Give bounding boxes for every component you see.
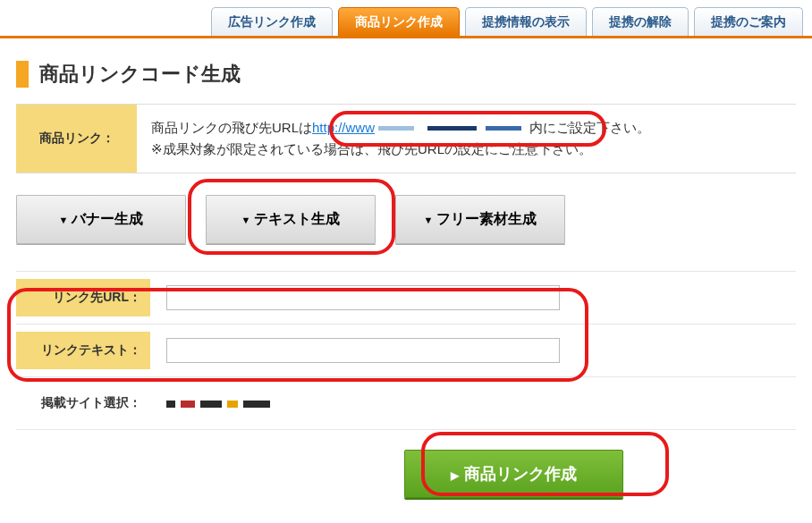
page-title: 商品リンクコード生成 xyxy=(39,61,241,88)
chevron-down-icon: ▼ xyxy=(424,215,434,225)
input-link-url[interactable] xyxy=(166,285,560,310)
tab-partner-cancel[interactable]: 提携の解除 xyxy=(592,7,689,36)
link-form: リンク先URL： リンクテキスト： 掲載サイト選択： xyxy=(16,271,796,430)
triangle-right-icon: ▶ xyxy=(451,469,459,482)
redacted-url-icon xyxy=(378,122,526,136)
label-site-select: 掲載サイト選択： xyxy=(16,384,150,422)
redact-icon xyxy=(166,401,175,408)
redact-icon xyxy=(243,401,270,408)
redact-icon xyxy=(200,401,222,408)
tab-ad-link[interactable]: 広告リンク作成 xyxy=(211,7,333,36)
row-site-select: 掲載サイト選択： xyxy=(16,376,796,430)
create-product-link-label: 商品リンク作成 xyxy=(464,465,577,483)
create-product-link-button[interactable]: ▶商品リンク作成 xyxy=(404,450,623,498)
generate-text-label: テキスト生成 xyxy=(254,211,340,226)
input-link-text[interactable] xyxy=(166,338,560,363)
info-line1-pre: 商品リンクの飛び先URLは xyxy=(151,120,312,135)
generate-buttons: ▼バナー生成 ▼テキスト生成 ▼フリー素材生成 xyxy=(16,195,812,244)
generate-free-button[interactable]: ▼フリー素材生成 xyxy=(395,195,565,244)
info-url-link[interactable]: http://www xyxy=(312,120,375,135)
product-link-info-body: 商品リンクの飛び先URLはhttp://www 内にご設定下さい。 ※成果対象が… xyxy=(137,105,796,173)
page-title-row: 商品リンクコード生成 xyxy=(16,61,812,88)
info-line2: ※成果対象が限定されている場合は、飛び先URLの設定にご注意下さい。 xyxy=(151,141,592,156)
chevron-down-icon: ▼ xyxy=(241,215,251,225)
generate-text-button[interactable]: ▼テキスト生成 xyxy=(206,195,376,244)
generate-banner-label: バナー生成 xyxy=(72,211,143,226)
generate-banner-button[interactable]: ▼バナー生成 xyxy=(16,195,186,244)
tab-bar: 広告リンク作成 商品リンク作成 提携情報の表示 提携の解除 提携のご案内 xyxy=(0,0,812,38)
row-link-url: リンク先URL： xyxy=(16,271,796,324)
row-link-text: リンクテキスト： xyxy=(16,324,796,376)
generate-free-label: フリー素材生成 xyxy=(436,211,537,226)
info-line1-post: 内にご設定下さい。 xyxy=(529,120,650,135)
site-select-value[interactable] xyxy=(166,401,275,408)
label-link-text: リンクテキスト： xyxy=(16,332,150,369)
submit-row: ▶商品リンク作成 xyxy=(0,450,812,498)
redact-icon xyxy=(227,401,238,408)
tab-partner-guide[interactable]: 提携のご案内 xyxy=(694,7,803,36)
title-accent-icon xyxy=(16,61,29,88)
label-link-url: リンク先URL： xyxy=(16,279,150,316)
tab-product-link[interactable]: 商品リンク作成 xyxy=(338,7,460,36)
tab-partner-info[interactable]: 提携情報の表示 xyxy=(465,7,587,36)
chevron-down-icon: ▼ xyxy=(59,215,69,225)
product-link-info-label: 商品リンク： xyxy=(16,105,137,173)
product-link-info: 商品リンク： 商品リンクの飛び先URLはhttp://www 内にご設定下さい。… xyxy=(16,104,796,173)
redact-icon xyxy=(181,401,195,408)
